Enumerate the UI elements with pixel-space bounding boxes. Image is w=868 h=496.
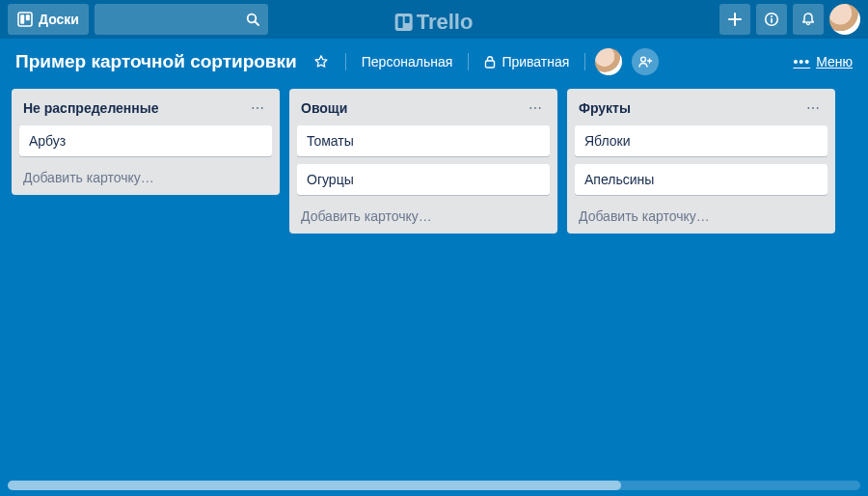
member-avatar[interactable] xyxy=(595,48,622,75)
plus-icon xyxy=(728,13,742,26)
card[interactable]: Томаты xyxy=(297,125,550,156)
ellipsis-icon: ••• xyxy=(793,54,810,69)
scrollbar-thumb[interactable] xyxy=(8,481,621,490)
svg-line-4 xyxy=(255,21,258,25)
add-card-button[interactable]: Добавить карточку… xyxy=(575,203,827,226)
logo[interactable]: Trello xyxy=(395,10,474,35)
lock-icon xyxy=(484,55,496,69)
logo-icon xyxy=(395,14,413,31)
search-input[interactable] xyxy=(95,4,268,35)
svg-rect-10 xyxy=(486,61,495,68)
list-menu-button[interactable]: ⋯ xyxy=(247,98,268,118)
boards-button-label: Доски xyxy=(39,12,79,27)
horizontal-scrollbar[interactable] xyxy=(8,481,860,490)
svg-rect-9 xyxy=(771,18,773,23)
svg-point-8 xyxy=(771,15,773,17)
menu-label: Меню xyxy=(816,54,853,69)
list-menu-button[interactable]: ⋯ xyxy=(525,98,546,118)
list: Не распределенные⋯АрбузДобавить карточку… xyxy=(12,89,280,195)
list-header: Фрукты⋯ xyxy=(575,96,827,118)
person-plus-icon xyxy=(637,54,653,69)
list-title[interactable]: Овощи xyxy=(301,100,347,116)
card[interactable]: Яблоки xyxy=(575,125,827,156)
notifications-button[interactable] xyxy=(793,4,824,35)
list-header: Не распределенные⋯ xyxy=(19,96,272,118)
card[interactable]: Арбуз xyxy=(19,125,272,156)
separator xyxy=(345,53,346,70)
svg-point-11 xyxy=(641,57,646,62)
info-icon xyxy=(764,12,779,27)
board-header: Пример карточной сортировки Персональная… xyxy=(0,39,868,85)
app-root: Доски Trello Пример карточной сортировки xyxy=(0,0,868,496)
search-icon xyxy=(245,12,260,27)
separator xyxy=(468,53,469,70)
menu-button[interactable]: ••• Меню xyxy=(793,54,853,69)
board-canvas[interactable]: Не распределенные⋯АрбузДобавить карточку… xyxy=(0,85,868,481)
card[interactable]: Апельсины xyxy=(575,164,827,195)
svg-rect-2 xyxy=(26,14,30,20)
visibility-label: Приватная xyxy=(502,54,569,69)
search-container xyxy=(95,4,268,35)
separator xyxy=(584,53,585,70)
add-card-button[interactable]: Добавить карточку… xyxy=(19,164,272,187)
info-button[interactable] xyxy=(756,4,787,35)
topbar: Доски Trello xyxy=(0,0,868,39)
list-menu-button[interactable]: ⋯ xyxy=(802,98,824,118)
bell-icon xyxy=(800,12,816,27)
list-title[interactable]: Не распределенные xyxy=(23,100,159,116)
card[interactable]: Огурцы xyxy=(297,164,550,195)
logo-text: Trello xyxy=(417,10,474,35)
team-label: Персональная xyxy=(362,54,453,69)
board-title: Пример карточной сортировки xyxy=(15,51,297,72)
list-header: Овощи⋯ xyxy=(297,96,550,118)
create-button[interactable] xyxy=(719,4,750,35)
user-avatar[interactable] xyxy=(829,4,860,35)
boards-button[interactable]: Доски xyxy=(8,4,89,35)
team-chip[interactable]: Персональная xyxy=(356,50,459,73)
boards-icon xyxy=(17,12,33,27)
svg-rect-0 xyxy=(18,13,32,26)
add-member-button[interactable] xyxy=(632,48,659,75)
add-card-button[interactable]: Добавить карточку… xyxy=(297,203,550,226)
list: Фрукты⋯ЯблокиАпельсиныДобавить карточку… xyxy=(567,89,835,234)
list: Овощи⋯ТоматыОгурцыДобавить карточку… xyxy=(289,89,557,234)
svg-rect-1 xyxy=(20,14,24,24)
star-button[interactable] xyxy=(307,47,336,76)
star-icon xyxy=(313,54,329,69)
visibility-chip[interactable]: Приватная xyxy=(478,50,575,73)
list-title[interactable]: Фрукты xyxy=(579,100,631,116)
